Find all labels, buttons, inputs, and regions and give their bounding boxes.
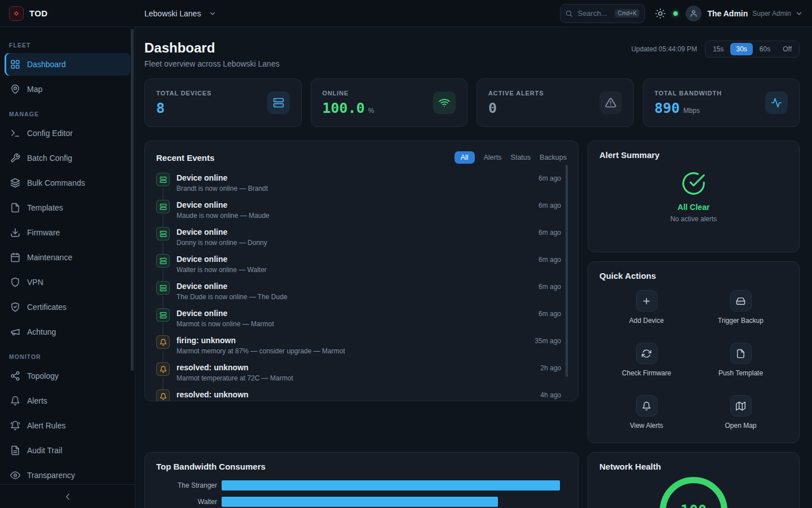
user-menu[interactable]: The Admin Super Admin <box>686 6 803 21</box>
event-row[interactable]: Device online 6m ago Brandt is now onlin… <box>156 173 561 200</box>
events-filter-tab[interactable]: Backups <box>540 154 567 161</box>
search-input[interactable] <box>577 9 610 17</box>
stat-label: ACTIVE ALERTS <box>488 90 544 97</box>
event-detail: Brandt is now online — Brandt <box>176 185 561 192</box>
stat-card: ONLINE 100.0 % <box>311 78 468 127</box>
event-title: Device online <box>176 227 227 237</box>
sidebar-item[interactable]: Maintenance <box>5 246 130 269</box>
sidebar-item[interactable]: Firmware <box>5 221 130 244</box>
stat-value: 8 <box>156 100 165 116</box>
bandwidth-row: Walter <box>156 497 567 507</box>
chevron-down-icon <box>209 10 217 17</box>
sidebar-item[interactable]: Config Editor <box>5 122 130 144</box>
alert-status-detail: No active alerts <box>670 215 717 223</box>
refresh-interval-control: 15s 30s 60s Off <box>705 41 800 58</box>
sidebar-item[interactable]: Bulk Commands <box>5 172 130 194</box>
refresh-cw-icon <box>636 343 657 364</box>
user-icon <box>690 10 698 17</box>
shield-check-icon <box>10 302 20 312</box>
search-shortcut-badge: Cmd+K <box>615 9 639 17</box>
sidebar-item[interactable]: Alerts <box>5 389 130 412</box>
search-box[interactable]: Cmd+K <box>560 4 645 23</box>
bandwidth-device-label: Walter <box>156 498 217 506</box>
event-title: resolved: unknown <box>176 362 249 373</box>
hard-drive-icon <box>730 290 752 312</box>
bell-icon <box>156 335 170 349</box>
stats-row: TOTAL DEVICES 8 ONLINE 100.0 % <box>144 78 800 127</box>
event-time: 6m ago <box>539 202 561 209</box>
event-row[interactable]: Device online 6m ago Donny is now online… <box>156 227 561 254</box>
sun-icon[interactable] <box>655 8 665 19</box>
events-scrollbar[interactable] <box>566 165 568 377</box>
layers-icon <box>10 178 20 188</box>
sidebar-item[interactable]: Audit Trail <box>5 439 130 462</box>
refresh-option-button[interactable]: 60s <box>754 43 776 55</box>
server-icon <box>156 173 170 186</box>
event-detail: Marmot temperature at 72C — Marmot <box>176 374 561 382</box>
network-health-value: 100 <box>681 502 707 508</box>
event-detail: Marmot is now online — Marmot <box>176 320 561 328</box>
event-title: Device online <box>176 200 227 210</box>
refresh-option-button[interactable]: 30s <box>730 43 752 55</box>
event-row[interactable]: Device online 6m ago Maude is now online… <box>156 200 561 227</box>
page-title: Dashboard <box>144 40 280 56</box>
quick-action-button[interactable]: Open Map <box>694 395 788 430</box>
event-title: Device online <box>176 308 227 318</box>
event-time: 6m ago <box>539 256 561 264</box>
quick-action-button[interactable]: Trigger Backup <box>694 290 788 325</box>
event-row[interactable]: Device online 6m ago Walter is now onlin… <box>156 254 561 281</box>
page-header: Dashboard Fleet overview across Lebowski… <box>144 40 800 68</box>
sidebar-item-label: Config Editor <box>27 129 73 138</box>
quick-action-button[interactable]: Add Device <box>599 290 694 325</box>
user-name: The Admin <box>707 9 748 18</box>
quick-action-button[interactable]: Push Template <box>694 342 788 378</box>
bandwidth-bar <box>222 497 498 507</box>
calendar-icon <box>10 252 20 262</box>
sidebar-item[interactable]: Transparency <box>5 464 130 484</box>
events-filter-tab[interactable]: Alerts <box>484 154 502 161</box>
refresh-option-button[interactable]: Off <box>777 43 797 55</box>
sidebar-item[interactable]: VPN <box>5 271 130 294</box>
event-time: 6m ago <box>539 283 561 291</box>
sidebar-item[interactable]: Achtung <box>5 321 130 343</box>
bell-icon <box>156 362 170 376</box>
sidebar-section-label: FLEET <box>9 42 126 49</box>
event-title: firing: unknown <box>176 335 236 345</box>
event-time: 6m ago <box>539 229 561 237</box>
refresh-option-button[interactable]: 15s <box>707 43 729 55</box>
events-list: Device online 6m ago Brandt is now onlin… <box>145 169 578 401</box>
bandwidth-device-label: The Stranger <box>156 481 217 489</box>
sidebar-item[interactable]: Templates <box>5 196 130 219</box>
timeline-connector <box>162 269 164 281</box>
event-detail: Walter is now online — Walter <box>176 266 561 274</box>
quick-action-button[interactable]: Check Firmware <box>599 342 694 378</box>
recent-events-panel: Recent Events All Alerts Status Backups <box>144 141 579 401</box>
stat-value: 0 <box>488 100 497 116</box>
events-filter-tab[interactable]: All <box>454 151 475 164</box>
shield-icon <box>10 277 20 287</box>
event-row[interactable]: firing: unknown 35m ago Marmot memory at… <box>156 335 561 362</box>
network-health-title: Network Health <box>599 462 788 471</box>
sidebar-item[interactable]: Alert Rules <box>5 414 130 437</box>
events-filter-tab[interactable]: Status <box>511 154 531 161</box>
org-selector[interactable]: Lebowski Lanes <box>144 9 217 18</box>
sidebar-item[interactable]: Batch Config <box>5 147 130 169</box>
sidebar-item[interactable]: Map <box>5 78 130 100</box>
quick-action-label: Add Device <box>629 317 664 325</box>
bandwidth-row: The Stranger <box>156 480 567 491</box>
event-title: Device online <box>176 173 227 183</box>
event-row[interactable]: Device online 6m ago Marmot is now onlin… <box>156 308 561 335</box>
sidebar-item[interactable]: Topology <box>5 365 130 387</box>
sidebar-scrollbar[interactable] <box>131 29 134 371</box>
share-2-icon <box>10 371 20 381</box>
event-row[interactable]: Device online 6m ago The Dude is now onl… <box>156 281 561 308</box>
sidebar-collapse-button[interactable] <box>0 484 135 508</box>
plus-icon <box>636 290 657 312</box>
quick-action-button[interactable]: View Alerts <box>599 395 694 430</box>
sidebar-item[interactable]: Certificates <box>5 296 130 318</box>
event-row[interactable]: resolved: unknown 2h ago Marmot temperat… <box>156 362 561 389</box>
event-row[interactable]: resolved: unknown 4h ago <box>156 389 561 401</box>
event-time: 6m ago <box>539 310 561 318</box>
sidebar-item[interactable]: Dashboard <box>5 53 130 76</box>
download-icon <box>10 227 20 238</box>
